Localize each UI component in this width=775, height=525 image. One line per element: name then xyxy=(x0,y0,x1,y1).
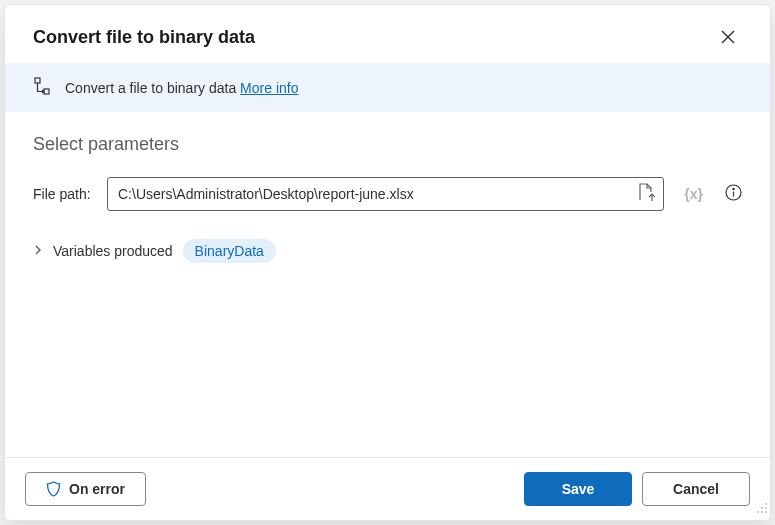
close-button[interactable] xyxy=(714,23,742,51)
footer-right: Save Cancel xyxy=(524,472,750,506)
shield-icon xyxy=(46,481,61,497)
dialog: Convert file to binary data Convert a fi… xyxy=(4,4,771,521)
dialog-title: Convert file to binary data xyxy=(33,27,255,48)
save-button[interactable]: Save xyxy=(524,472,632,506)
svg-point-9 xyxy=(761,507,763,509)
more-info-link[interactable]: More info xyxy=(240,80,298,96)
svg-rect-2 xyxy=(35,78,40,83)
file-path-input-wrap xyxy=(107,177,664,211)
dialog-footer: On error Save Cancel xyxy=(5,457,770,520)
svg-point-5 xyxy=(733,188,734,189)
variable-chip-binarydata[interactable]: BinaryData xyxy=(183,239,276,263)
svg-point-12 xyxy=(757,511,759,513)
svg-point-11 xyxy=(761,511,763,513)
on-error-label: On error xyxy=(69,481,125,497)
svg-point-10 xyxy=(765,511,767,513)
file-picker-icon[interactable] xyxy=(638,183,655,205)
variables-produced-row: Variables produced BinaryData xyxy=(33,239,742,263)
file-path-row: File path: {x} xyxy=(33,177,742,211)
info-icon[interactable] xyxy=(725,184,742,205)
info-banner: Convert a file to binary data More info xyxy=(5,63,770,112)
binary-convert-icon xyxy=(33,77,51,98)
on-error-button[interactable]: On error xyxy=(25,472,146,506)
chevron-right-icon[interactable] xyxy=(33,243,43,259)
cancel-label: Cancel xyxy=(673,481,719,497)
dialog-header: Convert file to binary data xyxy=(5,5,770,63)
variables-produced-label[interactable]: Variables produced xyxy=(53,243,173,259)
cancel-button[interactable]: Cancel xyxy=(642,472,750,506)
file-path-label: File path: xyxy=(33,186,95,202)
svg-point-7 xyxy=(765,503,767,505)
section-title: Select parameters xyxy=(33,134,742,155)
svg-point-8 xyxy=(765,507,767,509)
resize-grip-icon[interactable] xyxy=(756,500,768,518)
banner-text: Convert a file to binary data More info xyxy=(65,80,298,96)
close-icon xyxy=(721,30,735,44)
save-label: Save xyxy=(562,481,595,497)
file-path-input[interactable] xyxy=(118,186,632,202)
content-area: Select parameters File path: {x} xyxy=(5,112,770,457)
variable-token-icon[interactable]: {x} xyxy=(684,186,703,202)
